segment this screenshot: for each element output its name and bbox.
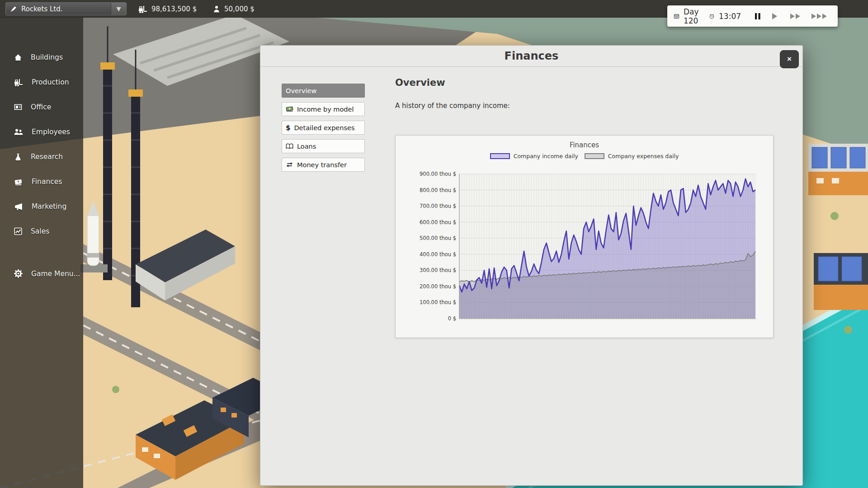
sidebar: Buildings Production Office Employees Re… <box>0 18 83 488</box>
scene-building-solar <box>814 253 868 310</box>
svg-text:600.00 thou $: 600.00 thou $ <box>420 219 456 225</box>
salary-amount: 50,000 $ <box>224 5 255 13</box>
legend-label-income: Company income daily <box>514 153 578 160</box>
legend-swatch-expenses <box>585 153 604 159</box>
tab-money-transfer[interactable]: Money transfer <box>282 158 365 172</box>
svg-text:800.00 thou $: 800.00 thou $ <box>420 187 456 193</box>
rocket-icon <box>9 5 18 13</box>
marketing-icon <box>14 202 24 211</box>
tab-income-by-model[interactable]: Income by model <box>282 102 365 116</box>
sales-icon <box>14 227 23 236</box>
svg-text:500.00 thou $: 500.00 thou $ <box>420 235 456 241</box>
employees-icon <box>14 127 24 136</box>
scene-building-solar <box>808 144 868 195</box>
legend-swatch-income <box>490 153 510 159</box>
close-icon: × <box>787 55 792 64</box>
tab-loans[interactable]: Loans <box>282 139 365 153</box>
finances-dialog: Finances × Overview Income by model $ De… <box>260 45 803 486</box>
sidebar-item-label: Research <box>31 153 63 161</box>
legend-label-expenses: Company expenses daily <box>608 153 679 160</box>
resource-parts: 98,613,500 $ <box>138 0 197 18</box>
sidebar-item-label: Buildings <box>31 53 63 61</box>
fast-forward-icon <box>789 12 803 21</box>
svg-text:0 $: 0 $ <box>448 315 456 322</box>
finance-chart-panel: 900.00 thou $800.00 thou $700.00 thou $6… <box>395 135 774 338</box>
tab-overview[interactable]: Overview <box>282 84 365 98</box>
clock-icon <box>709 11 715 21</box>
svg-text:100.00 thou $: 100.00 thou $ <box>420 299 456 305</box>
svg-text:200.00 thou $: 200.00 thou $ <box>420 283 456 290</box>
tab-label: Income by model <box>297 106 354 113</box>
dialog-header: Finances <box>260 46 802 67</box>
play-icon <box>770 12 779 21</box>
chevron-down-icon: ▼ <box>111 3 126 15</box>
pause-button[interactable] <box>751 11 764 22</box>
fastest-forward-icon <box>811 12 830 21</box>
chart-title: Finances <box>396 141 773 149</box>
office-icon <box>14 103 23 112</box>
time-panel: Day 120 13:07 <box>667 5 838 27</box>
sidebar-item-label: Employees <box>32 128 70 136</box>
dialog-title: Finances <box>505 50 559 62</box>
fastest-forward-button[interactable] <box>809 11 831 22</box>
person-icon <box>212 5 221 14</box>
sidebar-item-label: Sales <box>31 227 49 235</box>
forklift-icon <box>138 5 148 14</box>
svg-text:400.00 thou $: 400.00 thou $ <box>420 251 456 258</box>
tab-label: Detailed expenses <box>294 124 354 131</box>
tab-label: Loans <box>297 143 316 150</box>
sidebar-item-label: Game Menu... <box>31 270 80 278</box>
svg-text:700.00 thou $: 700.00 thou $ <box>420 203 456 209</box>
tab-detailed-expenses[interactable]: $ Detailed expenses <box>282 121 365 135</box>
money-icon <box>286 106 293 113</box>
tab-label: Overview <box>286 87 316 94</box>
sidebar-item-buildings[interactable]: Buildings <box>0 45 83 70</box>
sidebar-item-label: Marketing <box>32 202 66 211</box>
sidebar-item-office[interactable]: Office <box>0 94 83 119</box>
gear-icon <box>14 269 23 278</box>
section-heading: Overview <box>395 77 445 88</box>
time-of-day: 13:07 <box>719 12 741 21</box>
section-description: A history of the company income: <box>395 102 510 110</box>
sidebar-item-finances[interactable]: Finances <box>0 169 83 194</box>
chart-legend: Company income daily Company expenses da… <box>396 153 773 160</box>
play-button[interactable] <box>768 11 781 22</box>
tab-label: Money transfer <box>297 161 347 169</box>
sidebar-item-marketing[interactable]: Marketing <box>0 194 83 219</box>
resource-salary: 50,000 $ <box>212 0 255 18</box>
sidebar-item-game-menu[interactable]: Game Menu... <box>0 261 83 286</box>
research-icon <box>14 152 23 161</box>
sidebar-item-label: Finances <box>32 178 62 186</box>
finance-chart-svg: 900.00 thou $800.00 thou $700.00 thou $6… <box>396 136 774 338</box>
forklift-icon <box>14 78 24 87</box>
transfer-icon <box>286 161 293 168</box>
fast-forward-button[interactable] <box>788 11 805 22</box>
close-button[interactable]: × <box>780 50 799 68</box>
dollar-icon: $ <box>286 124 290 132</box>
sidebar-item-label: Office <box>31 103 51 111</box>
company-name: Rockets Ltd. <box>21 5 111 13</box>
day-counter: Day 120 <box>684 7 703 25</box>
house-icon <box>14 53 23 62</box>
sidebar-item-label: Production <box>32 78 69 86</box>
finances-icon <box>14 177 24 186</box>
sidebar-item-sales[interactable]: Sales <box>0 219 83 244</box>
svg-text:900.00 thou $: 900.00 thou $ <box>420 171 456 177</box>
dialog-tab-list: Overview Income by model $ Detailed expe… <box>282 84 365 172</box>
sidebar-item-production[interactable]: Production <box>0 70 83 94</box>
svg-text:300.00 thou $: 300.00 thou $ <box>420 267 456 273</box>
sidebar-item-employees[interactable]: Employees <box>0 119 83 144</box>
loans-icon <box>286 143 293 150</box>
company-selector[interactable]: Rockets Ltd. ▼ <box>5 2 127 15</box>
parts-amount: 98,613,500 $ <box>151 5 197 13</box>
sidebar-item-research[interactable]: Research <box>0 144 83 169</box>
pause-icon <box>753 12 762 21</box>
calendar-icon <box>674 11 679 21</box>
